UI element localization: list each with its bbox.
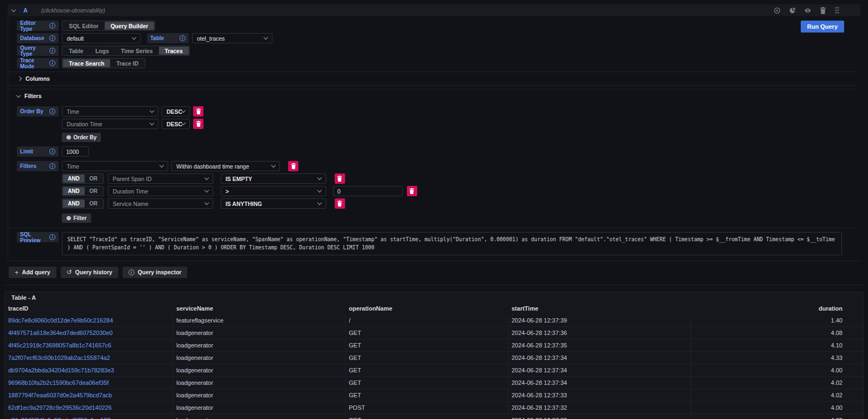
- filter-operator-select[interactable]: IS EMPTY: [221, 173, 326, 184]
- delete-filter-button[interactable]: [335, 173, 345, 184]
- column-header-operationname[interactable]: operationName: [346, 302, 508, 314]
- table-select[interactable]: otel_traces: [192, 33, 272, 43]
- filter-time-row: Filters i Time Within dashboard time ran…: [17, 161, 857, 171]
- duplicate-query-icon[interactable]: [789, 7, 796, 14]
- order-by-field-select[interactable]: Time: [62, 106, 158, 117]
- and-option[interactable]: AND: [63, 187, 85, 195]
- filter-field-select[interactable]: Parent Span ID: [108, 173, 213, 184]
- trace-id-link[interactable]: 1887794f7eaa6037d0e2a4579bcd7acb: [5, 389, 173, 401]
- table-row: 7a2f07ecf63c60b1029ab2ac155874a2 loadgen…: [5, 352, 863, 364]
- info-icon[interactable]: i: [49, 35, 55, 41]
- start-time-cell: 2024-06-28 12:37:39: [508, 314, 691, 326]
- run-query-button[interactable]: Run Query: [801, 21, 844, 33]
- filters-section-toggle[interactable]: Filters: [17, 92, 857, 100]
- chevron-down-icon: [182, 108, 186, 113]
- chevron-down-icon: [132, 35, 136, 40]
- chevron-down-icon: [204, 201, 208, 205]
- table-row: 96968b10fa2b2c1590bc67dea06ef35f loadgen…: [5, 377, 863, 389]
- sql-preview-text[interactable]: SELECT "TraceId" as traceID, "ServiceNam…: [62, 232, 842, 255]
- panel-title[interactable]: Table - A: [5, 292, 863, 302]
- query-type-timeseries-option[interactable]: Time Series: [115, 47, 159, 55]
- filter-field-select[interactable]: Service Name: [108, 198, 213, 209]
- add-order-by-button[interactable]: ⊕ Order By: [62, 133, 101, 142]
- filter-field-select[interactable]: Time: [62, 161, 168, 171]
- column-header-servicename[interactable]: serviceName: [173, 302, 346, 314]
- or-option[interactable]: OR: [85, 175, 103, 183]
- conjunction-toggle: AND OR: [62, 198, 104, 209]
- circle-plus-icon: ⊕: [66, 134, 71, 141]
- and-option[interactable]: AND: [63, 199, 85, 208]
- query-name[interactable]: A: [23, 7, 28, 14]
- order-by-direction-select[interactable]: DESC: [162, 106, 190, 117]
- info-icon[interactable]: i: [49, 48, 55, 54]
- or-option[interactable]: OR: [85, 187, 103, 195]
- remove-query-trash-icon[interactable]: [820, 7, 826, 14]
- trace-id-link[interactable]: 4f497571a618e364ed7ded60752030e0: [5, 327, 173, 339]
- info-icon[interactable]: i: [49, 149, 55, 154]
- filter-operator-select[interactable]: >: [221, 186, 326, 196]
- trace-id-link[interactable]: e91c3645f04fa5e58adcd0758e1ea127: [5, 414, 173, 419]
- info-icon[interactable]: i: [49, 60, 55, 66]
- delete-filter-button[interactable]: [407, 186, 417, 196]
- start-time-cell: 2024-06-28 12:37:34: [508, 352, 691, 364]
- column-header-starttime[interactable]: startTime: [508, 302, 691, 314]
- operation-name-cell: GET: [346, 377, 508, 389]
- editor-type-radio-group: SQL Editor Query Builder: [62, 21, 155, 31]
- duration-cell: 4.00: [691, 402, 863, 414]
- query-inspector-button[interactable]: i Query inspector: [123, 267, 188, 278]
- or-option[interactable]: OR: [85, 199, 103, 208]
- trace-id-link[interactable]: 62df1ec9a29728c9e29536c20d140226: [5, 402, 173, 414]
- query-builder-option[interactable]: Query Builder: [105, 22, 154, 30]
- trace-id-link[interactable]: 96968b10fa2b2c1590bc67dea06ef35f: [5, 377, 173, 389]
- filter-operator-select[interactable]: Within dashboard time range: [171, 161, 280, 171]
- query-history-button[interactable]: ↺ Query history: [61, 267, 118, 278]
- sql-editor-option[interactable]: SQL Editor: [63, 22, 105, 30]
- sql-preview-row: SQL Preview i SELECT "TraceId" as traceI…: [17, 232, 857, 255]
- filter-row-parent-span: AND OR Parent Span ID IS EMPTY: [62, 173, 857, 184]
- query-type-table-option[interactable]: Table: [63, 47, 90, 55]
- and-option[interactable]: AND: [63, 175, 85, 183]
- datasource-help-icon[interactable]: [774, 7, 781, 14]
- duration-cell: 4.08: [691, 327, 863, 339]
- trace-id-link[interactable]: 7a2f07ecf63c60b1029ab2ac155874a2: [5, 352, 173, 364]
- filter-value-input[interactable]: [333, 186, 403, 196]
- table-row: 4f497571a618e364ed7ded60752030e0 loadgen…: [5, 327, 863, 339]
- trace-id-link[interactable]: db9704a2bbda34204d159c71b78283e3: [5, 364, 173, 376]
- query-type-logs-option[interactable]: Logs: [90, 47, 115, 55]
- collapse-query-icon[interactable]: [11, 7, 16, 11]
- delete-order-by-button[interactable]: [193, 106, 203, 117]
- drag-handle-icon[interactable]: [834, 7, 840, 14]
- filter-field-select[interactable]: Duration Time: [108, 186, 213, 196]
- info-icon[interactable]: i: [49, 163, 55, 169]
- trace-id-option[interactable]: Trace ID: [110, 59, 144, 67]
- delete-filter-button[interactable]: [335, 198, 345, 209]
- column-header-duration[interactable]: duration: [691, 302, 863, 314]
- add-query-button[interactable]: + Add query: [9, 267, 56, 278]
- database-select[interactable]: default: [62, 33, 141, 43]
- start-time-cell: 2024-06-28 12:37:35: [508, 339, 691, 351]
- order-by-field-select[interactable]: Duration Time: [62, 119, 158, 129]
- trash-icon: [291, 163, 296, 169]
- column-header-traceid[interactable]: traceID: [5, 302, 173, 314]
- history-icon: ↺: [67, 268, 72, 276]
- info-icon[interactable]: i: [49, 108, 55, 114]
- query-type-traces-option[interactable]: Traces: [159, 47, 189, 55]
- trace-id-link[interactable]: 89dc7e8c6060c0d12de7e9b50c216284: [5, 314, 173, 326]
- service-name-cell: loadgenerator: [173, 364, 346, 376]
- info-icon[interactable]: i: [49, 234, 55, 240]
- query-footer-actions: + Add query ↺ Query history i Query insp…: [4, 267, 864, 285]
- order-by-direction-select[interactable]: DESC: [162, 119, 190, 129]
- query-type-label: Query Type i: [17, 46, 59, 56]
- trace-id-link[interactable]: 4f45c21918c73698057a8b1c741657c6: [5, 339, 173, 351]
- delete-order-by-button[interactable]: [193, 119, 203, 129]
- add-filter-button[interactable]: ⊕ Filter: [62, 214, 91, 223]
- columns-section-toggle[interactable]: Columns: [17, 75, 857, 82]
- table-row: e91c3645f04fa5e58adcd0758e1ea127 loadgen…: [5, 414, 863, 419]
- filter-operator-select[interactable]: IS ANYTHING: [221, 198, 326, 209]
- trace-search-option[interactable]: Trace Search: [63, 59, 110, 67]
- limit-input[interactable]: [62, 146, 89, 157]
- info-icon[interactable]: i: [180, 35, 186, 41]
- delete-filter-button[interactable]: [288, 161, 298, 171]
- disable-query-eye-icon[interactable]: [804, 7, 812, 14]
- info-icon[interactable]: i: [49, 23, 55, 29]
